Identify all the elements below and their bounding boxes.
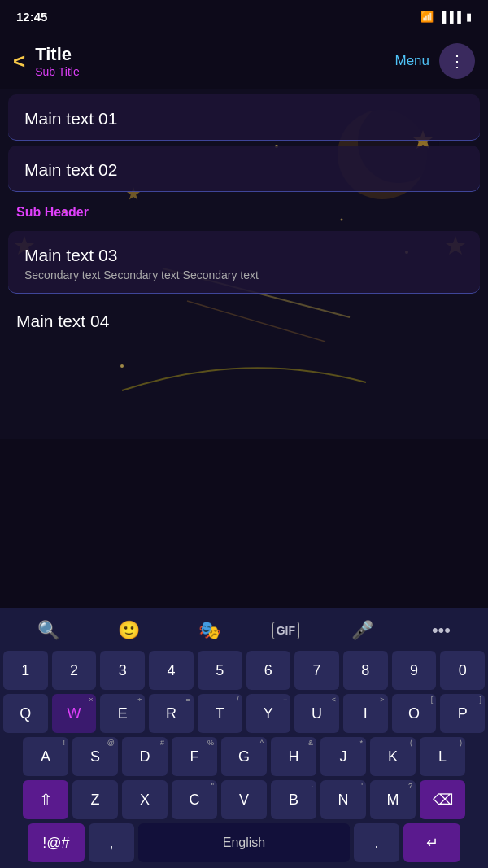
key-l[interactable]: )L <box>420 737 465 776</box>
key-9[interactable]: 9 <box>392 651 437 690</box>
key-c[interactable]: "C <box>172 780 217 819</box>
wifi-icon: 📶 <box>420 11 434 23</box>
voice-toolbar-button[interactable]: 🎤 <box>345 617 380 644</box>
battery-icon: ▮ <box>466 11 472 23</box>
key-m[interactable]: ?M <box>370 780 416 819</box>
key-v[interactable]: V <box>221 780 267 819</box>
header-title: Title <box>35 44 394 65</box>
backspace-key[interactable]: ⌫ <box>420 780 465 819</box>
key-b[interactable]: ·B <box>271 780 316 819</box>
key-o[interactable]: [O <box>392 694 437 733</box>
enter-key[interactable]: ↵ <box>403 823 460 862</box>
comma-key[interactable]: , <box>89 823 134 862</box>
key-y[interactable]: −Y <box>246 694 291 733</box>
keyboard-keys: 1 2 3 4 5 6 7 8 9 0 Q ×W ÷E =R /T −Y <U … <box>0 649 488 868</box>
header-text-group: Title Sub Title <box>35 44 394 78</box>
key-0[interactable]: 0 <box>440 651 485 690</box>
main-content: Main text 01 Main text 02 Sub Header Mai… <box>0 89 488 439</box>
key-u[interactable]: <U <box>294 694 339 733</box>
key-n[interactable]: 'N <box>320 780 366 819</box>
key-1[interactable]: 1 <box>3 651 48 690</box>
key-i[interactable]: >I <box>343 694 388 733</box>
symbols-key[interactable]: !@# <box>28 823 85 862</box>
key-6[interactable]: 6 <box>246 651 291 690</box>
period-key[interactable]: . <box>354 823 399 862</box>
bottom-row: !@# , English . ↵ <box>3 823 485 862</box>
key-8[interactable]: 8 <box>343 651 388 690</box>
sticker-toolbar-button[interactable]: 🎭 <box>192 617 227 644</box>
svg-point-11 <box>120 364 124 368</box>
key-x[interactable]: X <box>122 780 168 819</box>
key-q[interactable]: Q <box>3 694 48 733</box>
keyboard-toolbar: 🔍 🙂 🎭 GIF 🎤 ••• <box>0 608 488 649</box>
key-g[interactable]: ^G <box>221 737 267 776</box>
status-time: 12:45 <box>16 10 47 24</box>
shift-key[interactable]: ⇧ <box>23 780 68 819</box>
app-header: < Title Sub Title Menu ⋮ <box>0 33 488 89</box>
main-text-03: Main text 03 <box>24 246 464 265</box>
gif-toolbar-button[interactable]: GIF <box>272 622 299 639</box>
menu-button[interactable]: Menu <box>394 53 429 69</box>
key-j[interactable]: *J <box>320 737 366 776</box>
main-text-01: Main text 01 <box>24 109 464 129</box>
key-3[interactable]: 3 <box>100 651 145 690</box>
shift-icon: ⇧ <box>39 790 53 809</box>
key-5[interactable]: 5 <box>198 651 242 690</box>
key-d[interactable]: #D <box>122 737 168 776</box>
key-k[interactable]: (K <box>370 737 416 776</box>
main-text-04: Main text 04 <box>16 312 472 331</box>
key-7[interactable]: 7 <box>294 651 339 690</box>
key-s[interactable]: @S <box>72 737 118 776</box>
emoji-toolbar-button[interactable]: 🙂 <box>111 617 146 644</box>
header-right: Menu ⋮ <box>394 43 475 79</box>
key-a[interactable]: !A <box>23 737 68 776</box>
asdf-row: !A @S #D %F ^G &H *J (K )L <box>3 737 485 776</box>
key-r[interactable]: =R <box>149 694 194 733</box>
back-button[interactable]: < <box>13 49 25 74</box>
list-item-4[interactable]: Main text 04 <box>0 299 488 338</box>
signal-icon: ▐▐▐ <box>438 11 461 23</box>
sub-header-row: Sub Header <box>0 197 488 226</box>
list-item-1[interactable]: Main text 01 <box>8 94 480 141</box>
more-toolbar-button[interactable]: ••• <box>425 617 457 644</box>
main-text-02: Main text 02 <box>24 160 464 180</box>
search-toolbar-button[interactable]: 🔍 <box>31 617 66 644</box>
header-subtitle: Sub Title <box>35 65 394 78</box>
secondary-text-03: Secondary text Secondary text Secondary … <box>24 268 464 281</box>
more-button[interactable]: ⋮ <box>439 43 475 79</box>
qwerty-row: Q ×W ÷E =R /T −Y <U >I [O ]P <box>3 694 485 733</box>
space-key[interactable]: English <box>138 823 350 862</box>
zxcv-row: ⇧ Z X "C V ·B 'N ?M ⌫ <box>3 780 485 819</box>
number-row: 1 2 3 4 5 6 7 8 9 0 <box>3 651 485 690</box>
key-h[interactable]: &H <box>271 737 316 776</box>
list-item-3[interactable]: Main text 03 Secondary text Secondary te… <box>8 231 480 294</box>
sub-header: Sub Header <box>16 205 89 219</box>
key-4[interactable]: 4 <box>149 651 194 690</box>
key-t[interactable]: /T <box>198 694 242 733</box>
list-item-2[interactable]: Main text 02 <box>8 146 480 192</box>
key-z[interactable]: Z <box>72 780 118 819</box>
key-w[interactable]: ×W <box>52 694 97 733</box>
status-bar: 12:45 📶 ▐▐▐ ▮ <box>0 0 488 33</box>
key-e[interactable]: ÷E <box>100 694 145 733</box>
more-icon: ⋮ <box>449 51 466 71</box>
key-2[interactable]: 2 <box>52 651 97 690</box>
key-p[interactable]: ]P <box>440 694 485 733</box>
status-icons: 📶 ▐▐▐ ▮ <box>420 11 472 23</box>
keyboard: 🔍 🙂 🎭 GIF 🎤 ••• 1 2 3 4 5 6 7 8 9 0 Q ×W… <box>0 608 488 868</box>
key-f[interactable]: %F <box>172 737 217 776</box>
